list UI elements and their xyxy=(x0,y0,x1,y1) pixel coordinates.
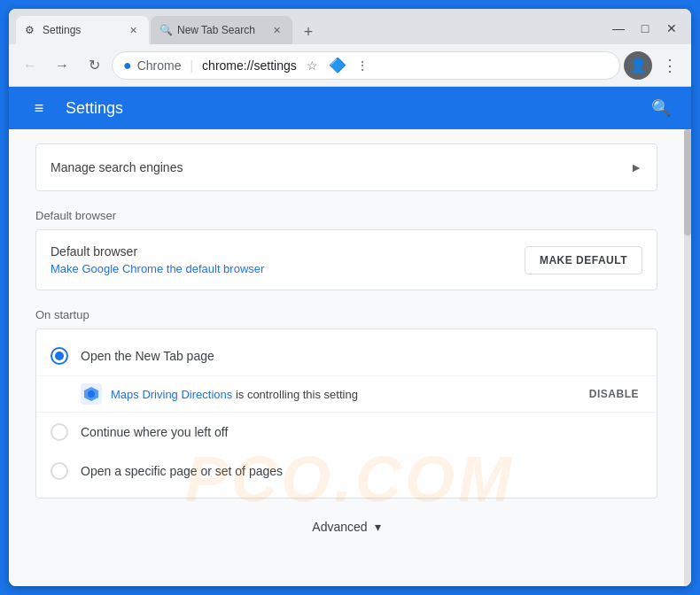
profile-button[interactable]: 👤 xyxy=(624,51,652,80)
radio-new-tab[interactable] xyxy=(51,347,68,365)
minimize-icon: — xyxy=(612,21,625,35)
minimize-button[interactable]: — xyxy=(606,16,631,41)
new-tab-search-icon: 🔍 xyxy=(159,24,172,36)
manage-search-row[interactable]: Manage search engines ► xyxy=(36,144,657,190)
extension-text: Maps Driving Directions is controlling t… xyxy=(111,388,577,401)
address-separator: | xyxy=(190,58,193,73)
settings-header: ≡ Settings 🔍 xyxy=(9,87,691,129)
site-name: Chrome xyxy=(137,58,182,73)
maximize-icon: □ xyxy=(642,21,649,35)
hamburger-menu[interactable]: ≡ xyxy=(23,92,55,124)
default-browser-section-label: Default browser xyxy=(35,195,657,229)
back-icon: ← xyxy=(23,58,37,73)
settings-search-button[interactable]: 🔍 xyxy=(645,92,677,124)
site-secure-icon: ● xyxy=(123,58,132,73)
back-button[interactable]: ← xyxy=(16,51,44,80)
advanced-label: Advanced xyxy=(312,520,367,534)
new-tab-search-close[interactable]: ✕ xyxy=(269,23,284,37)
reload-button[interactable]: ↻ xyxy=(80,51,108,80)
content-area: PCO.COM Manage search engines ► Default … xyxy=(9,129,691,586)
on-startup-section: On startup Open the New Tab page xyxy=(9,294,684,498)
extension-icon[interactable]: 🔷 xyxy=(327,55,348,76)
address-url: chrome://settings xyxy=(202,58,297,73)
address-action-icons: ☆ 🔷 ⋮ xyxy=(302,55,373,76)
advanced-chevron-icon: ▾ xyxy=(375,520,381,534)
window-controls: — □ ✕ xyxy=(606,16,684,44)
startup-row-2[interactable]: Continue where you left off xyxy=(36,413,657,452)
settings-tab-icon: ⚙ xyxy=(25,24,37,36)
default-browser-info: Default browser Make Google Chrome the d… xyxy=(51,244,525,275)
tab-new-tab-search[interactable]: 🔍 New Tab Search ✕ xyxy=(151,16,292,44)
startup-option-new-tab[interactable]: Open the New Tab page xyxy=(36,336,657,413)
chevron-right-icon: ► xyxy=(630,160,642,174)
extension-control-row: Maps Driving Directions is controlling t… xyxy=(36,375,657,413)
profile-icon: 👤 xyxy=(629,57,647,73)
default-browser-subtitle: Make Google Chrome the default browser xyxy=(51,262,525,275)
manage-search-section: Manage search engines ► xyxy=(9,143,684,191)
close-icon: ✕ xyxy=(666,21,677,35)
radio-continue[interactable] xyxy=(51,423,68,441)
default-browser-box: Default browser Make Google Chrome the d… xyxy=(35,229,657,290)
svg-point-1 xyxy=(88,390,95,398)
new-tab-search-label: New Tab Search xyxy=(177,24,255,36)
startup-options-box: Open the New Tab page xyxy=(35,328,657,498)
settings-search-icon: 🔍 xyxy=(651,98,671,118)
startup-row-1[interactable]: Open the New Tab page xyxy=(36,336,657,375)
new-tab-button[interactable]: + xyxy=(296,19,321,44)
manage-search-engines-item[interactable]: Manage search engines ► xyxy=(35,143,657,191)
address-bar: ← → ↻ ● Chrome | chrome://settings ☆ 🔷 ⋮… xyxy=(9,44,691,87)
radio-new-tab-inner xyxy=(55,352,64,360)
close-button[interactable]: ✕ xyxy=(659,16,684,41)
startup-option-2-label: Continue where you left off xyxy=(81,425,228,439)
settings-title: Settings xyxy=(66,99,123,118)
forward-icon: → xyxy=(55,58,69,73)
settings-tab-close[interactable]: ✕ xyxy=(126,23,140,37)
extension-suffix: is controlling this setting xyxy=(232,388,358,401)
settings-tab-label: Settings xyxy=(43,24,81,36)
scrollbar-thumb[interactable] xyxy=(684,129,691,236)
startup-option-3-label: Open a specific page or set of pages xyxy=(81,464,283,478)
extension-app-icon xyxy=(81,383,102,405)
reload-icon: ↻ xyxy=(89,57,100,73)
main-content: PCO.COM Manage search engines ► Default … xyxy=(9,129,684,586)
startup-row-3[interactable]: Open a specific page or set of pages xyxy=(36,452,657,491)
manage-search-label: Manage search engines xyxy=(51,160,630,174)
more-icon[interactable]: ⋮ xyxy=(352,55,373,76)
advanced-section[interactable]: Advanced ▾ xyxy=(9,498,684,555)
make-default-button[interactable]: MAKE DEFAULT xyxy=(525,246,642,274)
extension-name[interactable]: Maps Driving Directions xyxy=(111,388,232,401)
bookmark-icon[interactable]: ☆ xyxy=(302,55,323,76)
startup-option-1-label: Open the New Tab page xyxy=(81,349,214,363)
title-bar: ⚙ Settings ✕ 🔍 New Tab Search ✕ + — □ ✕ xyxy=(9,9,691,44)
maximize-button[interactable]: □ xyxy=(633,16,657,41)
forward-button[interactable]: → xyxy=(48,51,76,80)
browser-window: ⚙ Settings ✕ 🔍 New Tab Search ✕ + — □ ✕ … xyxy=(9,9,691,586)
default-browser-title: Default browser xyxy=(51,244,525,259)
chrome-menu-button[interactable]: ⋮ xyxy=(656,51,684,80)
address-input[interactable]: ● Chrome | chrome://settings ☆ 🔷 ⋮ xyxy=(112,51,620,80)
hamburger-icon: ≡ xyxy=(35,99,44,118)
scrollbar[interactable] xyxy=(684,129,691,586)
radio-specific[interactable] xyxy=(51,462,68,480)
default-browser-section: Default browser Default browser Make Goo… xyxy=(9,195,684,290)
tab-settings[interactable]: ⚙ Settings ✕ xyxy=(16,16,149,44)
on-startup-section-label: On startup xyxy=(35,294,657,328)
disable-extension-button[interactable]: DISABLE xyxy=(586,384,642,404)
